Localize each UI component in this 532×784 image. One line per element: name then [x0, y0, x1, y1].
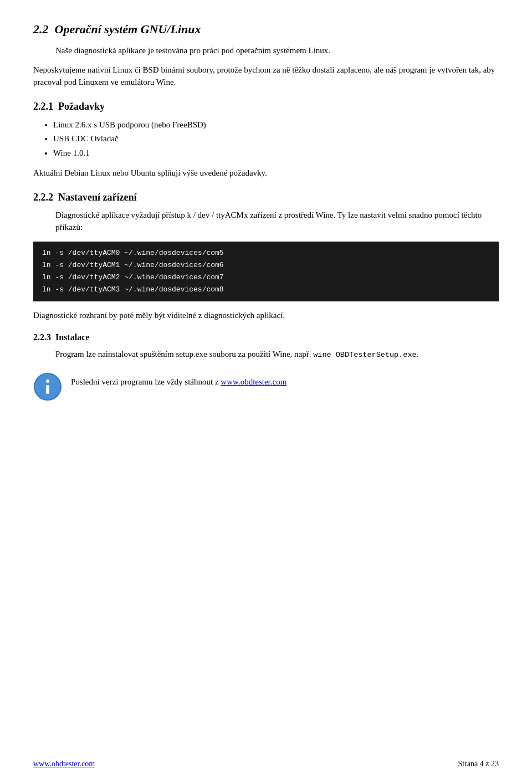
info-box-text: Poslední verzi programu lze vždy stáhnou…: [71, 372, 287, 388]
device-setup-note: Diagnostické rozhraní by poté měly být v…: [33, 309, 499, 322]
list-item: USB CDC Ovladač: [53, 132, 499, 146]
code-line-1: ln -s /dev/ttyACM0 ~/.wine/dosdevices/co…: [42, 247, 490, 259]
info-box: Poslední verzi programu lze vždy stáhnou…: [33, 372, 499, 401]
section-heading: 2.2 Operační systém GNU/Linux: [33, 22, 499, 37]
info-icon: [33, 372, 62, 401]
install-paragraph: Program lze nainstalovat spuštěním setup…: [55, 348, 499, 361]
code-line-4: ln -s /dev/ttyACM3 ~/.wine/dosdevices/co…: [42, 284, 490, 296]
install-code-inline: wine OBDTesterSetup.exe: [313, 351, 416, 359]
subsection-222-heading: 2.2.2 Nastavení zařízení: [33, 192, 499, 203]
code-line-2: ln -s /dev/ttyACM1 ~/.wine/dosdevices/co…: [42, 259, 490, 271]
code-block-commands: ln -s /dev/ttyACM0 ~/.wine/dosdevices/co…: [33, 242, 499, 301]
list-item: Wine 1.0.1: [53, 146, 499, 161]
info-link[interactable]: www.obdtester.com: [221, 377, 287, 386]
subsection-221-heading: 2.2.1 Požadavky: [33, 101, 499, 112]
device-setup-paragraph: Diagnostické aplikace vyžadují přístup k…: [55, 209, 499, 234]
page-footer: www.obdtester.com Strana 4 z 23: [0, 760, 532, 768]
svg-rect-2: [46, 385, 49, 394]
intro-paragraph-1: Naše diagnostická aplikace je testována …: [55, 44, 499, 57]
requirements-list: Linux 2.6.x s USB podporou (nebo FreeBSD…: [53, 118, 499, 161]
footer-link[interactable]: www.obdtester.com: [33, 760, 95, 768]
svg-point-1: [46, 380, 49, 383]
requirements-note: Aktuální Debian Linux nebo Ubuntu splňuj…: [33, 167, 499, 180]
page-number: Strana 4 z 23: [458, 760, 499, 768]
intro-paragraph-2: Neposkytujeme nativní Linux či BSD binár…: [33, 64, 499, 89]
list-item: Linux 2.6.x s USB podporou (nebo FreeBSD…: [53, 118, 499, 132]
code-line-3: ln -s /dev/ttyACM2 ~/.wine/dosdevices/co…: [42, 271, 490, 284]
subsection-223-heading: 2.2.3 Instalace: [33, 332, 499, 342]
